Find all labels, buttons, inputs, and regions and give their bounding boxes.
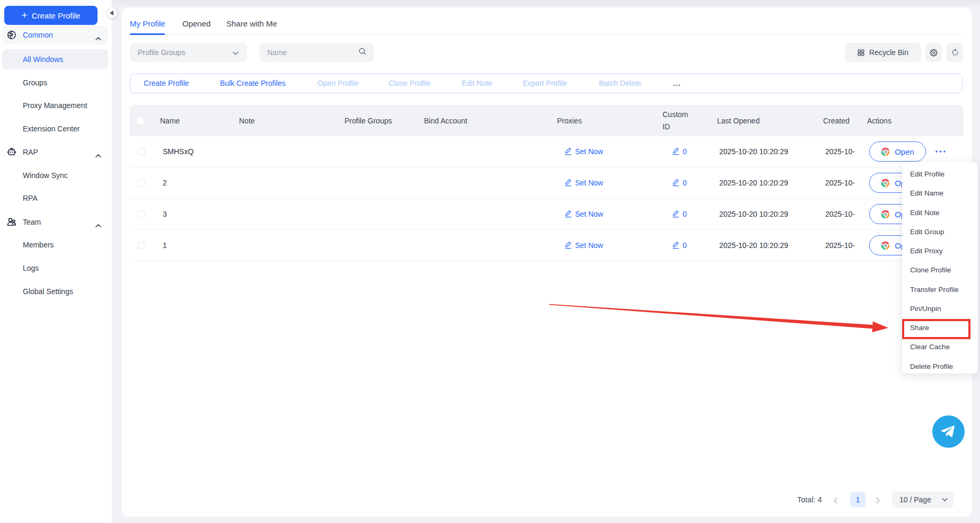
menu-item-clear-cache[interactable]: Clear Cache xyxy=(902,338,978,357)
menu-item-delete-profile[interactable]: Delete Profile xyxy=(902,357,978,376)
sidebar-section-label: Team xyxy=(23,218,41,226)
column-header-custom-id: Custom ID xyxy=(663,105,695,136)
name-search-input[interactable]: Name xyxy=(259,43,374,62)
cell-created: 2025-10- xyxy=(825,167,855,198)
cell-custom-id[interactable]: 0 xyxy=(672,136,687,167)
custom-id-value: 0 xyxy=(683,241,687,250)
edit-pencil-icon xyxy=(672,179,679,187)
main-panel: My Profile Opened Share with Me Profile … xyxy=(122,7,972,517)
cell-custom-id[interactable]: 0 xyxy=(672,199,687,229)
chrome-icon xyxy=(881,179,890,188)
edit-pencil-icon xyxy=(564,210,572,218)
menu-item-pin-unpin[interactable]: Pin/Unpin xyxy=(902,299,978,318)
sidebar-item-members[interactable]: Members xyxy=(2,235,108,254)
table-header: Name Note Profile Groups Bind Account Pr… xyxy=(130,105,964,136)
row-checkbox[interactable] xyxy=(138,148,145,155)
menu-item-edit-name[interactable]: Edit Name xyxy=(902,184,978,203)
menu-item-edit-proxy[interactable]: Edit Proxy xyxy=(902,242,978,261)
chrome-icon xyxy=(881,147,890,156)
row-context-menu: Edit Profile Edit Name Edit Note Edit Gr… xyxy=(902,162,978,374)
action-more-ellipsis[interactable]: ... xyxy=(673,74,681,93)
action-export-profile[interactable]: Export Profile xyxy=(523,74,567,93)
action-close-profile[interactable]: Close Profile xyxy=(389,74,430,93)
action-open-profile[interactable]: Open Profile xyxy=(317,74,359,93)
pagination-prev-icon[interactable] xyxy=(833,497,838,503)
telegram-button[interactable] xyxy=(932,415,965,448)
row-checkbox[interactable] xyxy=(138,242,145,249)
action-edit-note[interactable]: Edit Note xyxy=(462,74,492,93)
open-profile-button[interactable]: Open xyxy=(869,141,926,162)
profile-groups-select[interactable]: Profile Groups xyxy=(130,43,247,62)
pagination-page-1[interactable]: 1 xyxy=(850,492,866,507)
sidebar-section-label: RAP xyxy=(23,148,38,156)
sidebar-item-window-sync[interactable]: Window Sync xyxy=(2,166,108,185)
tab-my-profile[interactable]: My Profile xyxy=(130,18,165,30)
column-header-name: Name xyxy=(160,105,180,136)
recycle-bin-button[interactable]: Recycle Bin xyxy=(845,43,921,62)
select-all-checkbox[interactable] xyxy=(137,118,144,124)
custom-id-value: 0 xyxy=(683,147,687,156)
cell-name: 3 xyxy=(163,199,167,229)
tabs-divider xyxy=(130,34,964,35)
app-root: My Profile Opened Share with Me Profile … xyxy=(0,0,980,523)
open-button-label: Open xyxy=(895,147,914,156)
sidebar-item-extension-center[interactable]: Extension Center xyxy=(2,119,108,138)
cell-custom-id[interactable]: 0 xyxy=(672,230,687,261)
edit-pencil-icon xyxy=(564,242,572,249)
refresh-icon xyxy=(951,49,959,56)
tab-share-with-me[interactable]: Share with Me xyxy=(226,18,277,30)
column-header-note: Note xyxy=(239,105,255,136)
menu-item-transfer-profile[interactable]: Transfer Profile xyxy=(902,280,978,299)
column-header-actions: Actions xyxy=(867,105,891,136)
active-tab-underline xyxy=(130,33,165,35)
profile-groups-placeholder: Profile Groups xyxy=(138,43,247,62)
page-size-select[interactable]: 10 / Page xyxy=(892,491,953,508)
action-bulk-create-profiles[interactable]: Bulk Create Profiles xyxy=(220,74,286,93)
cell-proxies-set-now[interactable]: Set Now xyxy=(564,167,603,198)
cell-last-opened: 2025-10-20 10:20:29 xyxy=(719,136,788,167)
cell-proxies-set-now[interactable]: Set Now xyxy=(564,230,603,261)
menu-item-clone-profile[interactable]: Clone Profile xyxy=(902,261,978,280)
sidebar-item-all-windows[interactable]: All Windows xyxy=(2,49,108,69)
name-placeholder: Name xyxy=(267,43,374,62)
cell-name: 1 xyxy=(163,230,167,261)
sidebar-section-common[interactable]: Common xyxy=(2,25,108,45)
settings-button[interactable] xyxy=(925,43,942,62)
action-batch-delete[interactable]: Batch Delete xyxy=(599,74,641,93)
cell-name: SMHSxQ xyxy=(163,136,193,167)
sidebar-collapse-button[interactable] xyxy=(107,8,117,18)
tab-opened[interactable]: Opened xyxy=(182,18,210,30)
chevron-up-icon xyxy=(95,33,101,37)
sidebar-item-label: Logs xyxy=(23,264,39,272)
menu-item-edit-group[interactable]: Edit Group xyxy=(902,223,978,242)
sidebar-section-rap[interactable]: RAP xyxy=(2,143,108,162)
action-create-profile[interactable]: Create Profile xyxy=(144,74,189,93)
cell-last-opened: 2025-10-20 10:20:29 xyxy=(719,230,788,261)
sidebar-item-rpa[interactable]: RPA xyxy=(2,189,108,208)
set-now-label: Set Now xyxy=(575,179,603,187)
chevron-down-icon xyxy=(233,48,239,57)
sidebar-item-global-settings[interactable]: Global Settings xyxy=(2,282,108,301)
row-checkbox[interactable] xyxy=(138,179,145,187)
create-profile-button[interactable]: + Create Profile xyxy=(4,6,98,25)
refresh-button[interactable] xyxy=(947,43,963,62)
cell-proxies-set-now[interactable]: Set Now xyxy=(564,136,603,167)
cell-custom-id[interactable]: 0 xyxy=(672,167,687,198)
edit-pencil-icon xyxy=(564,179,572,187)
row-checkbox[interactable] xyxy=(138,210,145,218)
chevron-up-icon xyxy=(95,150,101,154)
robot-icon xyxy=(7,147,16,157)
menu-item-edit-profile[interactable]: Edit Profile xyxy=(902,165,978,184)
cell-proxies-set-now[interactable]: Set Now xyxy=(564,199,603,229)
pagination-next-icon[interactable] xyxy=(876,497,880,503)
menu-item-edit-note[interactable]: Edit Note xyxy=(902,203,978,223)
edit-pencil-icon xyxy=(672,210,679,218)
sidebar-section-team[interactable]: Team xyxy=(2,212,108,232)
sidebar-item-proxy-management[interactable]: Proxy Management xyxy=(2,96,108,115)
sidebar-item-groups[interactable]: Groups xyxy=(2,73,108,92)
column-header-proxies: Proxies xyxy=(557,105,582,136)
cell-last-opened: 2025-10-20 10:20:29 xyxy=(719,199,788,229)
sidebar-item-logs[interactable]: Logs xyxy=(2,259,108,278)
set-now-label: Set Now xyxy=(575,210,603,218)
column-header-bind-account: Bind Account xyxy=(424,105,467,136)
